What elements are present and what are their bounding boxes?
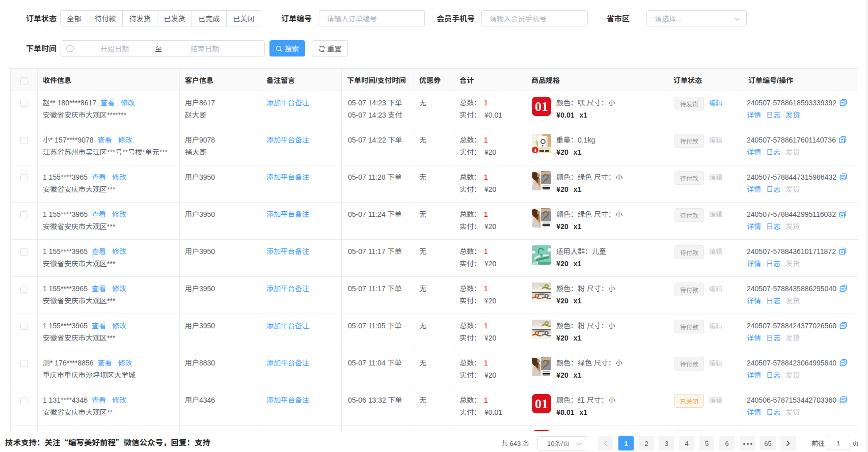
svg-text:4: 4 [534, 147, 537, 153]
svg-text:01: 01 [535, 99, 548, 114]
svg-text:01: 01 [535, 397, 548, 411]
